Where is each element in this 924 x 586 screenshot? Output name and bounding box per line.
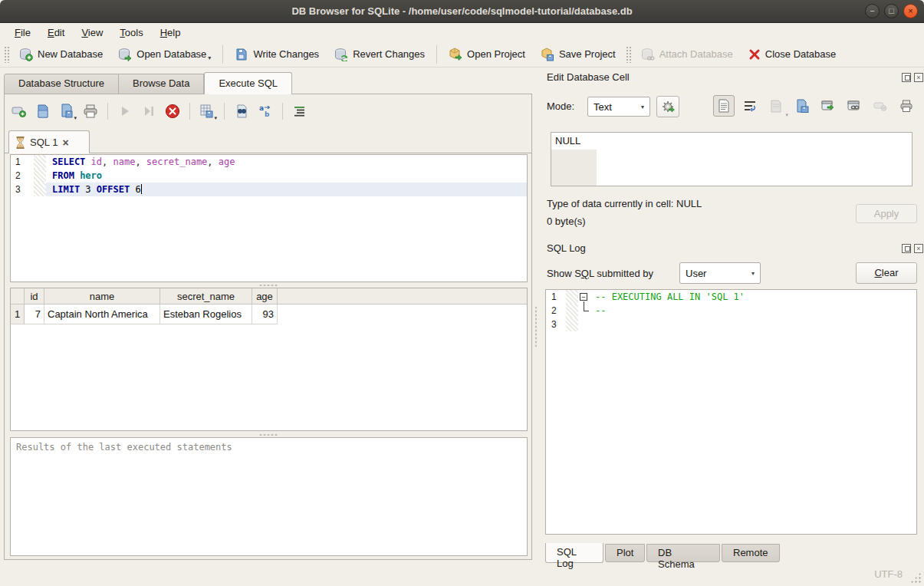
mode-combo[interactable]: Text ▾ bbox=[587, 97, 650, 117]
text-cursor bbox=[141, 184, 142, 194]
editor-results-splitter[interactable] bbox=[258, 283, 278, 287]
save-sql-file-dropdown-caret[interactable]: ▾ bbox=[74, 115, 77, 121]
log-filter-combo[interactable]: User ▾ bbox=[679, 262, 761, 284]
sql-editor-line-1[interactable]: 1 SELECT id, name, secret_name, age bbox=[11, 155, 527, 169]
close-database-button[interactable]: Close Database bbox=[741, 45, 844, 64]
dock-close-icon[interactable]: × bbox=[914, 244, 923, 253]
main-vertical-splitter[interactable] bbox=[534, 307, 538, 347]
auto-apply-button[interactable] bbox=[656, 96, 679, 117]
sql-log-editor[interactable]: 1 − -- EXECUTING ALL IN 'SQL 1' 2 -- 3 bbox=[545, 289, 917, 535]
mode-combo-value: Text bbox=[594, 101, 612, 113]
results-message-pane[interactable]: Results of the last executed statements bbox=[10, 437, 528, 556]
print-sql-icon[interactable] bbox=[82, 103, 99, 120]
revert-changes-button[interactable]: Revert Changes bbox=[327, 44, 432, 64]
column-header-name[interactable]: name bbox=[44, 288, 160, 305]
cell-type-info: Type of data currently in cell: NULL bbox=[547, 198, 702, 209]
cell-id[interactable]: 7 bbox=[25, 305, 44, 324]
open-project-button[interactable]: Open Project bbox=[441, 44, 533, 64]
menu-edit[interactable]: Edit bbox=[41, 25, 71, 40]
bottom-tab-plot[interactable]: Plot bbox=[605, 544, 645, 562]
tab-execute-sql[interactable]: Execute SQL bbox=[204, 72, 292, 94]
open-database-button[interactable]: Open Database ▾ bbox=[110, 44, 219, 64]
bottom-tab-sql-log[interactable]: SQL Log bbox=[545, 543, 603, 563]
export-data-icon[interactable] bbox=[791, 95, 813, 117]
column-header-id[interactable]: id bbox=[25, 288, 44, 305]
line-number: 1 bbox=[546, 290, 566, 304]
fold-column[interactable]: − bbox=[578, 290, 595, 304]
cell-age[interactable]: 93 bbox=[252, 305, 278, 324]
find-replace-icon[interactable]: ab bbox=[257, 103, 274, 120]
edit-cell-dock-buttons: × bbox=[902, 73, 923, 82]
edit-cell-dock-title: Edit Database Cell bbox=[547, 71, 630, 83]
bottom-tab-db-schema[interactable]: DB Schema bbox=[646, 544, 720, 562]
text-mode-icon[interactable] bbox=[713, 95, 735, 117]
import-dropdown-caret: ▾ bbox=[785, 112, 788, 118]
cell-size-info: 0 byte(s) bbox=[547, 216, 586, 227]
sql-toolbar-separator bbox=[107, 103, 108, 120]
tab-browse-data[interactable]: Browse Data bbox=[119, 74, 204, 94]
encoding-indicator[interactable]: UTF-8 bbox=[874, 568, 903, 580]
clear-log-button[interactable]: Clear bbox=[856, 262, 917, 284]
attach-database-icon bbox=[641, 48, 655, 61]
dock-float-icon[interactable] bbox=[902, 244, 911, 253]
menu-view[interactable]: View bbox=[74, 25, 110, 40]
format-sql-icon[interactable] bbox=[291, 103, 308, 120]
open-sql-file-icon[interactable] bbox=[35, 103, 51, 120]
resize-grip[interactable] bbox=[910, 572, 921, 583]
column-header-age[interactable]: age bbox=[252, 288, 278, 305]
revert-changes-label: Revert Changes bbox=[353, 48, 425, 60]
sql-doc-tab[interactable]: SQL 1 × bbox=[8, 130, 90, 153]
sql-doc-tab-bar: SQL 1 × bbox=[5, 130, 531, 153]
results-grid[interactable]: id name secret_name age 1 7 Captain Nort… bbox=[10, 288, 528, 431]
row-header[interactable]: 1 bbox=[11, 305, 25, 324]
fold-column bbox=[578, 304, 595, 318]
toolbar-separator bbox=[436, 45, 437, 64]
find-icon[interactable] bbox=[233, 103, 250, 120]
status-bar: UTF-8 bbox=[0, 561, 924, 586]
new-sql-tab-icon[interactable] bbox=[11, 103, 28, 120]
gutter-margin bbox=[566, 290, 578, 304]
menu-bar: File Edit View Tools Help bbox=[0, 23, 924, 41]
write-changes-button[interactable]: Write Changes bbox=[227, 44, 327, 64]
menu-tools[interactable]: Tools bbox=[113, 25, 150, 40]
log-filter-combo-value: User bbox=[686, 268, 706, 279]
dock-float-icon[interactable] bbox=[902, 73, 911, 82]
dock-close-icon[interactable]: × bbox=[914, 73, 923, 82]
cell-value-editor[interactable]: NULL bbox=[551, 132, 912, 186]
open-database-icon bbox=[118, 48, 132, 61]
column-header-secret-name[interactable]: secret_name bbox=[160, 288, 252, 305]
results-message-splitter[interactable] bbox=[258, 433, 278, 436]
save-project-button[interactable]: Save Project bbox=[533, 44, 623, 64]
sql-editor-line-3[interactable]: 3 LIMIT 3 OFFSET 6 bbox=[11, 183, 527, 196]
new-database-button[interactable]: New Database bbox=[12, 44, 110, 64]
tab-database-structure[interactable]: Database Structure bbox=[4, 74, 119, 94]
toolbar-drag-handle[interactable] bbox=[626, 46, 631, 63]
open-in-external-icon[interactable] bbox=[817, 95, 839, 117]
toolbar-drag-handle[interactable] bbox=[4, 46, 9, 63]
save-results-icon[interactable]: ▾ bbox=[199, 103, 215, 120]
stop-execution-icon[interactable] bbox=[164, 103, 181, 120]
close-button[interactable]: × bbox=[903, 4, 918, 18]
copy-link-icon[interactable] bbox=[843, 95, 865, 117]
sql-doc-tab-close-icon[interactable]: × bbox=[62, 139, 68, 146]
fold-collapse-icon[interactable]: − bbox=[580, 293, 587, 301]
minimize-button[interactable]: − bbox=[865, 4, 880, 18]
window-controls: − □ × bbox=[865, 4, 918, 18]
save-results-dropdown-caret[interactable]: ▾ bbox=[214, 115, 217, 121]
sql-editor-line-2[interactable]: 2 FROM hero bbox=[11, 169, 527, 183]
save-project-icon bbox=[541, 48, 554, 61]
clear-button-label: Clear bbox=[857, 267, 916, 278]
print-cell-icon[interactable] bbox=[896, 95, 917, 117]
open-database-dropdown-caret[interactable]: ▾ bbox=[208, 54, 211, 61]
bottom-tab-remote[interactable]: Remote bbox=[722, 544, 780, 562]
write-changes-label: Write Changes bbox=[253, 48, 319, 60]
maximize-button[interactable]: □ bbox=[884, 4, 899, 18]
cell-name[interactable]: Captain North America bbox=[44, 305, 160, 324]
menu-help[interactable]: Help bbox=[153, 25, 188, 40]
word-wrap-icon[interactable] bbox=[739, 95, 761, 117]
cell-secret-name[interactable]: Esteban Rogelios bbox=[160, 305, 252, 324]
save-sql-file-icon[interactable]: ▾ bbox=[58, 103, 75, 120]
menu-file[interactable]: File bbox=[8, 25, 38, 40]
title-bar[interactable]: DB Browser for SQLite - /home/user/code/… bbox=[0, 0, 924, 23]
sql-editor[interactable]: 1 SELECT id, name, secret_name, age 2 FR… bbox=[10, 154, 528, 282]
